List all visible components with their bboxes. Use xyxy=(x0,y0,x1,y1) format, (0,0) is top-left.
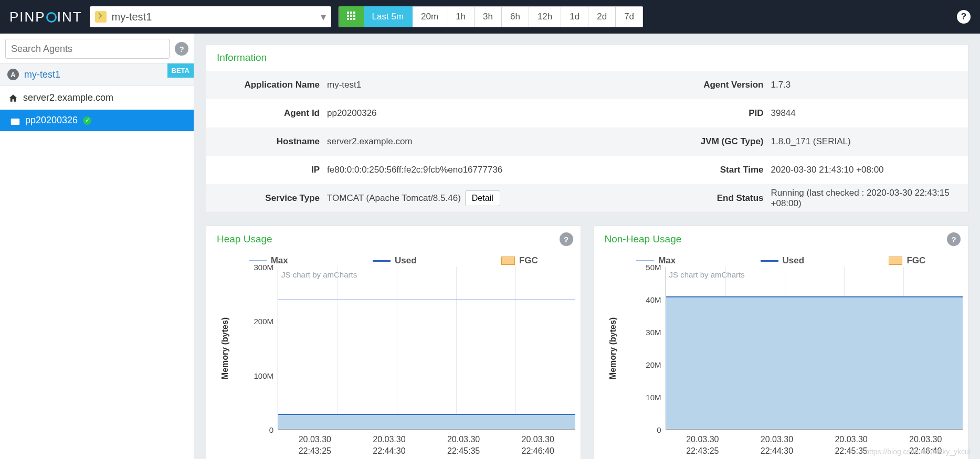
application-selector-value: my-test1 xyxy=(112,11,152,23)
info-value: Running (last checked : 2020-03-30 22:43… xyxy=(771,188,968,209)
info-label: End Status xyxy=(587,193,771,204)
y-tick: 0 xyxy=(657,425,661,434)
legend-used-swatch xyxy=(373,260,391,262)
time-range-last5m[interactable]: Last 5m xyxy=(364,6,413,27)
x-tick: 20.03.3022:44:30 xyxy=(740,434,814,456)
info-value: 1.8.0_171 (SERIAL) xyxy=(771,136,968,147)
x-tick: 20.03.3022:43:25 xyxy=(666,434,740,456)
main-content: Information Application Namemy-test1Agen… xyxy=(194,34,980,459)
time-range-group: Last 5m20m1h3h6h12h1d2d7d xyxy=(339,6,643,27)
svg-rect-7 xyxy=(350,18,352,20)
logo-o-icon xyxy=(46,12,57,23)
time-range-1h[interactable]: 1h xyxy=(447,6,475,27)
time-range-1d[interactable]: 1d xyxy=(561,6,588,27)
heap-usage-title: Heap Usage xyxy=(217,233,272,244)
legend-fgc-swatch xyxy=(889,257,902,265)
legend-max-swatch xyxy=(636,260,654,261)
time-range-12h[interactable]: 12h xyxy=(529,6,561,27)
y-tick: 10M xyxy=(646,393,661,402)
info-value: TOMCAT (Apache Tomcat/8.5.46)Detail xyxy=(327,190,587,206)
legend-used-swatch xyxy=(761,260,778,262)
sidebar: ? A my-test1 BETA server2.example.com pp… xyxy=(0,34,194,459)
series-used xyxy=(278,414,575,429)
information-panel: Information Application Namemy-test1Agen… xyxy=(206,44,968,213)
y-tick: 30M xyxy=(646,328,661,337)
legend-used-label: Used xyxy=(395,255,417,266)
x-tick: 20.03.3022:45:35 xyxy=(426,434,501,456)
time-range-3h[interactable]: 3h xyxy=(475,6,502,27)
search-help-button[interactable]: ? xyxy=(175,42,188,56)
time-range-7d[interactable]: 7d xyxy=(616,6,643,27)
legend-fgc-label: FGC xyxy=(907,255,925,266)
watermark: https://blog.csdn.net/lucky_ykcul xyxy=(865,447,971,456)
nonheap-usage-panel: Non-Heap Usage? Max Used FGC Memory (byt… xyxy=(594,226,969,459)
nonheap-ylabel: Memory (bytes) xyxy=(608,317,618,379)
svg-rect-4 xyxy=(350,15,352,17)
help-button[interactable]: ? xyxy=(957,10,971,24)
heap-help-button[interactable]: ? xyxy=(560,232,573,246)
sidebar-server-label: server2.example.com xyxy=(23,92,113,103)
application-selector[interactable]: my-test1 ▾ xyxy=(90,6,331,27)
heap-plot[interactable]: JS chart by amCharts xyxy=(278,267,575,430)
app-badge-icon: A xyxy=(7,69,19,80)
svg-rect-8 xyxy=(353,18,355,20)
info-value: 1.7.3 xyxy=(771,80,968,90)
x-tick: 20.03.3022:46:40 xyxy=(501,434,575,456)
info-label: PID xyxy=(587,108,771,119)
sidebar-app-header[interactable]: A my-test1 BETA xyxy=(0,63,194,86)
svg-rect-2 xyxy=(353,12,355,14)
chart-credit: JS chart by amCharts xyxy=(281,270,357,279)
y-tick: 300M xyxy=(254,263,273,272)
info-value: 2020-03-30 21:43:10 +08:00 xyxy=(771,165,968,175)
heap-usage-panel: Heap Usage? Max Used FGC Memory (bytes) … xyxy=(206,226,581,459)
info-label: JVM (GC Type) xyxy=(587,136,771,147)
time-range-2d[interactable]: 2d xyxy=(588,6,616,27)
grid-icon xyxy=(346,11,356,20)
beta-badge: BETA xyxy=(167,63,194,78)
info-label: Start Time xyxy=(587,165,771,175)
svg-rect-1 xyxy=(350,12,352,14)
disk-icon xyxy=(10,117,20,124)
y-tick: 200M xyxy=(254,317,273,326)
info-value: fe80:0:0:0:250:56ff:fe2c:9fcb%eno1677773… xyxy=(327,165,587,175)
layout-grid-button[interactable] xyxy=(339,6,364,27)
x-tick: 20.03.3022:44:30 xyxy=(352,434,427,456)
status-ok-icon: ✓ xyxy=(83,116,91,125)
svg-rect-0 xyxy=(347,12,349,14)
top-nav: PINPINT my-test1 ▾ Last 5m20m1h3h6h12h1d… xyxy=(0,0,980,34)
series-max xyxy=(278,299,575,300)
legend-max-swatch xyxy=(249,260,267,261)
home-icon xyxy=(8,93,18,103)
svg-rect-5 xyxy=(353,15,355,17)
search-agents-input[interactable] xyxy=(5,39,170,59)
sidebar-agent-row[interactable]: pp20200326 ✓ xyxy=(0,110,194,131)
info-label: Agent Id xyxy=(206,108,327,119)
y-tick: 40M xyxy=(646,295,661,304)
info-label: Agent Version xyxy=(587,80,771,90)
y-tick: 50M xyxy=(646,263,661,272)
information-title: Information xyxy=(206,45,968,71)
info-value: server2.example.com xyxy=(327,136,587,147)
chevron-down-icon: ▾ xyxy=(321,10,326,23)
sidebar-app-link[interactable]: my-test1 xyxy=(24,69,60,80)
time-range-20m[interactable]: 20m xyxy=(413,6,447,27)
info-label: Service Type xyxy=(206,193,327,204)
info-value: pp20200326 xyxy=(327,108,587,119)
y-tick: 100M xyxy=(254,371,273,380)
nonheap-help-button[interactable]: ? xyxy=(947,232,961,246)
info-label: IP xyxy=(206,165,327,175)
nonheap-plot[interactable]: JS chart by amCharts xyxy=(666,267,963,430)
sidebar-agent-label: pp20200326 xyxy=(25,115,78,126)
series-used xyxy=(666,296,963,429)
svg-rect-9 xyxy=(11,119,20,125)
tomcat-icon xyxy=(95,11,107,23)
y-tick: 0 xyxy=(269,425,273,434)
service-detail-button[interactable]: Detail xyxy=(465,190,500,206)
time-range-6h[interactable]: 6h xyxy=(502,6,529,27)
heap-ylabel: Memory (bytes) xyxy=(220,317,230,379)
y-tick: 20M xyxy=(646,360,661,369)
brand-logo: PINPINT xyxy=(9,9,82,25)
info-label: Application Name xyxy=(206,80,327,90)
sidebar-server-row[interactable]: server2.example.com xyxy=(0,86,194,110)
legend-fgc-swatch xyxy=(501,257,515,265)
